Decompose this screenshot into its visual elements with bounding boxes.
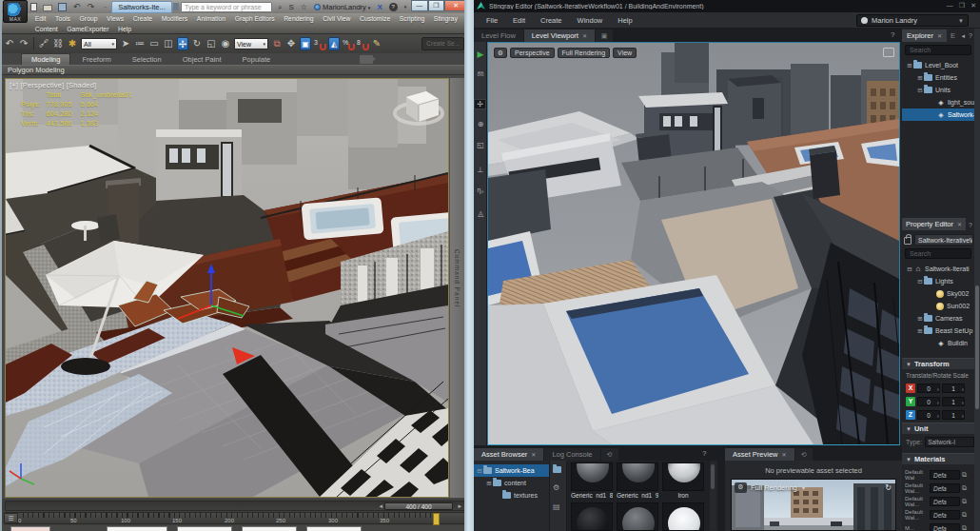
expand-icon[interactable]: ⊞ (916, 73, 924, 82)
tab-explorer[interactable]: Explorer✕ (902, 30, 947, 42)
user-account-widget[interactable]: Marion Landry ▼ (856, 14, 969, 27)
material-dropdown[interactable]: Defa (930, 497, 960, 506)
gear-icon[interactable]: ⚙ (494, 48, 507, 58)
maximize-button[interactable]: ❐ (428, 0, 445, 11)
external-link-icon[interactable]: ⧉ (962, 471, 967, 479)
more-icon[interactable]: ∙ (101, 3, 109, 11)
snap-toggle-3d-icon[interactable]: 3 (314, 37, 325, 50)
coordinate-z-field[interactable] (242, 526, 297, 531)
menu-item[interactable]: Scripting (395, 13, 429, 24)
tree-item[interactable]: ⊞ Beast SetUp (902, 324, 974, 337)
preview-render-mode[interactable]: Full Rendering (751, 483, 797, 492)
mirror-icon[interactable]: ⧉ (271, 37, 283, 50)
help-icon[interactable]: ? (969, 32, 972, 40)
tree-item[interactable]: ⊞ Level_Boot (902, 59, 974, 71)
close-tab-icon[interactable]: ✕ (937, 33, 942, 39)
expand-icon[interactable]: ⊟ (916, 86, 924, 94)
tab-property-editor[interactable]: Property Editor✕ (902, 218, 966, 230)
ribbon-tab[interactable]: Modeling (21, 53, 70, 65)
select-object-icon[interactable]: ➤ (120, 37, 131, 50)
tab-level-flow[interactable]: Level Flow (474, 30, 523, 42)
expand-icon[interactable]: ⊞ (485, 479, 493, 487)
scale-tool-icon[interactable]: ◱ (206, 37, 217, 50)
tab-asset-preview[interactable]: Asset Preview✕ (725, 448, 794, 461)
window-crossing-icon[interactable]: ◫ (163, 37, 174, 50)
help-icon[interactable]: ? (969, 222, 972, 228)
help-icon[interactable]: ? (389, 3, 398, 11)
time-slider-track[interactable]: ◂ 400 / 400 ▸ (5, 501, 465, 511)
select-by-name-icon[interactable]: ≔ (134, 37, 146, 50)
exchange-icon[interactable]: X (377, 2, 382, 12)
dock-icon[interactable]: ◂ (962, 32, 966, 40)
next-frame-icon[interactable]: ▸ (458, 502, 461, 510)
translate-value-field[interactable]: 0 (917, 384, 940, 393)
tree-item[interactable]: ⊞ Cameras (902, 312, 974, 324)
redo-icon[interactable]: ↷ (18, 37, 29, 50)
menu-item[interactable]: Civil View (318, 13, 355, 24)
percent-snap-icon[interactable]: 8 (357, 37, 368, 50)
menu-item[interactable]: Help (611, 16, 638, 25)
materials-section-header[interactable]: ▼Materials (902, 453, 974, 464)
add-tab-icon[interactable]: ▣ (596, 30, 613, 42)
tree-item[interactable]: ⊞ Entities (902, 71, 974, 84)
new-file-icon[interactable] (30, 3, 37, 11)
track-bar[interactable]: 050100150200250300350 (5, 512, 465, 524)
expand-icon[interactable]: ⊟ (906, 265, 913, 273)
reference-coordinate-dropdown[interactable]: View▾ (234, 38, 268, 49)
folder-up-icon[interactable] (553, 466, 564, 474)
material-dropdown[interactable]: Defa (930, 523, 960, 531)
selected-object-field[interactable]: Saltwork-IterativeW (914, 234, 973, 246)
document-tab[interactable]: Saltworks-Ite... (111, 1, 172, 13)
scale-value-field[interactable]: 1 (942, 410, 965, 420)
translate-value-field[interactable]: 0 (917, 397, 940, 406)
move-tool-icon[interactable]: ✢ (177, 37, 188, 50)
ribbon-tab[interactable]: Selection (123, 54, 171, 65)
property-search-input[interactable]: Search (905, 248, 971, 259)
asset-browser-help-icon[interactable]: ? (702, 449, 706, 458)
scene-explorer-icon[interactable]: ◭ (328, 37, 340, 50)
menu-item[interactable]: Edit (30, 13, 50, 24)
angle-snap-icon[interactable]: % (343, 37, 354, 50)
expand-icon[interactable]: ⊞ (916, 326, 924, 335)
tab-log-console[interactable]: Log Console (544, 448, 599, 461)
ribbon-tab[interactable]: Object Paint (173, 54, 231, 65)
document-tab-pin[interactable] (173, 3, 179, 10)
preview-settings-icon[interactable]: ↻ (883, 482, 893, 493)
menu-item[interactable]: Help (113, 24, 136, 33)
selection-filter-dropdown[interactable]: All▾ (81, 38, 117, 49)
max-app-button[interactable]: MAX (3, 0, 28, 23)
ribbon-tab[interactable]: Populate (233, 54, 281, 65)
star-icon[interactable]: ☆ (301, 2, 307, 12)
menu-item[interactable]: Views (102, 13, 128, 24)
menu-item[interactable]: Graph Editors (230, 13, 280, 24)
rectangular-selection-icon[interactable]: ▭ (148, 37, 160, 50)
viewport-help-icon[interactable]: ? (891, 30, 894, 39)
menu-item[interactable]: Rendering (279, 13, 318, 24)
asset-thumbnail[interactable] (617, 502, 658, 531)
expand-icon[interactable]: ⊟ (916, 277, 924, 285)
filter-icon[interactable]: ⚙ (553, 483, 559, 492)
menu-item[interactable]: Create (534, 16, 569, 25)
time-slider-button[interactable]: 400 / 400 (384, 502, 453, 510)
ribbon-tab[interactable]: Freeform (72, 54, 120, 65)
transform-section-header[interactable]: ▼Transform (902, 358, 974, 369)
move-tool-icon[interactable]: ✢ (474, 99, 486, 109)
thumbnail-size-icon[interactable]: ▤ (553, 502, 560, 511)
asset-thumbnail[interactable]: Iron (662, 462, 704, 499)
tree-item[interactable]: ⊟ ⌂ Saltwork-Iterati (902, 263, 974, 275)
physics-icon[interactable]: η₀ (474, 187, 487, 193)
create-selection-set-field[interactable]: Create Se... (421, 37, 464, 50)
close-button[interactable]: ✕ (970, 2, 976, 10)
render-setup-icon[interactable]: ✎ (371, 37, 382, 50)
align-icon[interactable]: ✥ (285, 37, 297, 50)
menu-item[interactable]: Group (75, 13, 102, 24)
scrollbar-thumb[interactable] (711, 464, 715, 489)
undo-icon[interactable]: ↶ (72, 3, 81, 11)
material-dropdown[interactable]: Defa (930, 510, 960, 520)
triangle-count-icon[interactable]: ◬ (474, 209, 487, 218)
unlink-icon[interactable]: ⛓︎ (52, 37, 64, 50)
external-link-icon[interactable]: ⧉ (962, 484, 967, 492)
scale-value-field[interactable]: 1 (942, 384, 965, 393)
search-icon[interactable]: ⌕ (278, 2, 282, 12)
menu-item[interactable]: Content (30, 24, 62, 33)
